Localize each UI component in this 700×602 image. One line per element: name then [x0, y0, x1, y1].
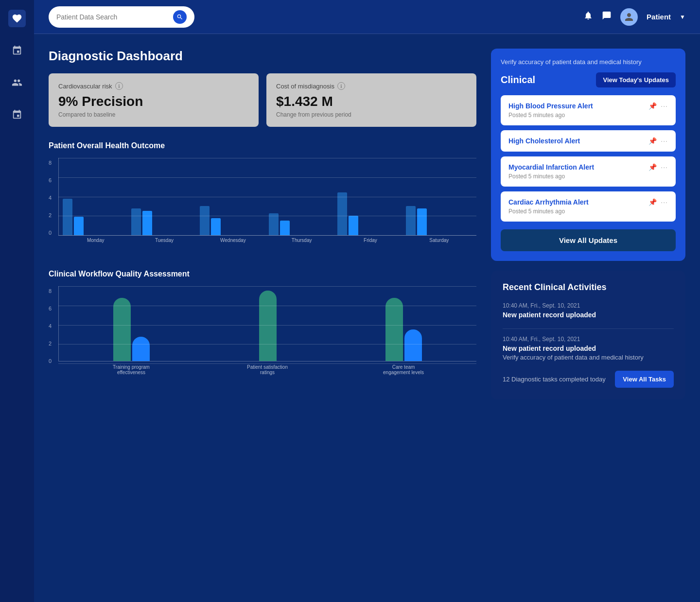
activity-heading-1: New patient record uploaded: [503, 311, 674, 319]
clinical-title: Clinical: [501, 74, 535, 86]
health-bar-dark-3: [269, 213, 279, 235]
health-bar-bright-3: [280, 221, 290, 235]
health-bar-bright-4: [349, 216, 358, 235]
activities-panel: Recent Clinical Activities 10:40 AM, Fri…: [491, 271, 685, 399]
pin-icon-high-bp[interactable]: 📌: [648, 102, 657, 110]
right-column: Verify accuracy of patient data and medi…: [491, 49, 685, 399]
view-all-updates-button[interactable]: View All Updates: [501, 229, 676, 251]
sidebar-item-calendar[interactable]: [8, 106, 26, 123]
sidebar-item-heart[interactable]: [8, 10, 26, 27]
user-label[interactable]: Patient: [647, 13, 671, 21]
avatar[interactable]: [620, 8, 638, 26]
health-bar-group-monday: [63, 199, 129, 235]
health-bar-group-wednesday: [200, 206, 266, 235]
workflow-chart-section: Clinical Workflow Quality Assessment 0 2…: [49, 270, 476, 383]
left-column: Diagnostic Dashboard Cardiovascular risk…: [49, 49, 476, 399]
bell-icon[interactable]: [583, 11, 593, 23]
pin-icon-cholesterol[interactable]: 📌: [648, 137, 657, 145]
health-label-friday: Friday: [337, 238, 403, 243]
metric-card-misdiagnosis: Cost of misdiagnosis ℹ $1.432 M Change f…: [266, 73, 476, 127]
health-bar-dark-5: [406, 206, 416, 235]
metric-value-misdiagnosis: $1.432 M: [276, 94, 467, 109]
health-bar-group-tuesday: [131, 208, 198, 235]
activity-item-2: 10:40 AM, Fri., Sept. 10, 2021 New patie…: [503, 336, 674, 361]
health-bar-bright-1: [142, 211, 152, 235]
health-chart-section: Patient Overall Health Outcome 0 2 4 6 8: [49, 141, 476, 255]
workflow-x-axis: Training program effectivenessPatient sa…: [58, 361, 476, 375]
sidebar-item-users[interactable]: [8, 74, 26, 91]
alert-card-high-bp: High Blood Pressure Alert Posted 5 minut…: [501, 95, 676, 125]
sidebar-item-flow[interactable]: [8, 42, 26, 59]
health-chart-title: Patient Overall Health Outcome: [49, 141, 476, 150]
activity-desc-2: Verify accuracy of patient data and medi…: [503, 354, 674, 361]
health-bar-dark-0: [63, 199, 72, 235]
search-bar[interactable]: [49, 6, 194, 28]
workflow-bar-back-1: [259, 291, 277, 361]
search-input[interactable]: [56, 13, 173, 21]
alert-card-arrhythmia: Cardiac Arrhythmia Alert Posted 5 minute…: [501, 191, 676, 222]
workflow-bar-group-2: [345, 298, 462, 361]
health-label-wednesday: Wednesday: [200, 238, 266, 243]
page-title: Diagnostic Dashboard: [49, 49, 476, 64]
health-bar-bright-0: [74, 217, 84, 235]
health-x-axis: MondayTuesdayWednesdayThursdayFridaySatu…: [58, 236, 476, 243]
activity-time-1: 10:40 AM, Fri., Sept. 10, 2021: [503, 302, 674, 309]
metric-label-cardiovascular: Cardiovascular risk ℹ: [58, 82, 249, 90]
search-button[interactable]: [173, 10, 187, 24]
metric-sublabel-misdiagnosis: Change from previous period: [276, 111, 467, 118]
pin-icon-myocardial[interactable]: 📌: [648, 163, 657, 171]
metric-value-cardiovascular: 9% Precision: [58, 94, 249, 109]
health-bar-bright-5: [417, 208, 427, 235]
sidebar: [0, 0, 34, 602]
view-updates-button[interactable]: View Today's Updates: [596, 72, 676, 87]
dots-icon-cholesterol[interactable]: ···: [661, 137, 668, 145]
workflow-label-2: Care team engagement levels: [379, 364, 428, 375]
health-label-thursday: Thursday: [268, 238, 335, 243]
activity-divider: [503, 328, 674, 329]
health-label-monday: Monday: [62, 238, 129, 243]
alert-actions-cholesterol: 📌 ···: [648, 137, 668, 145]
activity-time-2: 10:40 AM, Fri., Sept. 10, 2021: [503, 336, 674, 343]
alert-title-myocardial: Myocardial Infarction Alert: [508, 163, 594, 171]
chevron-down-icon[interactable]: ▼: [680, 14, 685, 20]
header-right: Patient ▼: [583, 8, 685, 26]
alert-card-cholesterol: High Cholesterol Alert 📌 ···: [501, 130, 676, 152]
workflow-chart-container: 0 2 4 6 8: [49, 286, 476, 383]
workflow-bar-front-0: [132, 337, 150, 361]
alert-card-myocardial: Myocardial Infarction Alert Posted 5 min…: [501, 156, 676, 187]
workflow-bar-back-2: [385, 298, 403, 361]
info-icon-cardiovascular[interactable]: ℹ: [115, 82, 123, 90]
health-label-tuesday: Tuesday: [131, 238, 197, 243]
health-bar-chart: [58, 158, 476, 236]
header: Patient ▼: [34, 0, 700, 34]
workflow-bar-group-1: [210, 291, 326, 361]
chat-icon[interactable]: [602, 11, 612, 23]
alert-time-myocardial: Posted 5 minutes ago: [508, 173, 594, 180]
pin-icon-arrhythmia[interactable]: 📌: [648, 198, 657, 206]
dots-icon-myocardial[interactable]: ···: [661, 163, 668, 171]
activities-footer: 12 Diagnostic tasks completed today View…: [503, 371, 674, 388]
main-content: Diagnostic Dashboard Cardiovascular risk…: [34, 34, 700, 414]
health-bar-dark-2: [200, 206, 210, 235]
metric-label-misdiagnosis: Cost of misdiagnosis ℹ: [276, 82, 467, 90]
health-bar-group-thursday: [269, 213, 335, 235]
clinical-header: Clinical View Today's Updates: [501, 72, 676, 87]
activity-heading-2: New patient record uploaded: [503, 344, 674, 352]
workflow-bar-chart: [58, 286, 476, 361]
health-bar-dark-1: [131, 208, 141, 235]
workflow-chart-title: Clinical Workflow Quality Assessment: [49, 270, 476, 278]
alert-time-arrhythmia: Posted 5 minutes ago: [508, 208, 589, 215]
alert-time-high-bp: Posted 5 minutes ago: [508, 112, 593, 119]
dots-icon-arrhythmia[interactable]: ···: [661, 198, 668, 206]
view-all-tasks-button[interactable]: View All Tasks: [615, 371, 674, 388]
workflow-bar-back-0: [113, 298, 131, 361]
workflow-y-axis: 0 2 4 6 8: [49, 286, 58, 383]
alert-title-arrhythmia: Cardiac Arrhythmia Alert: [508, 198, 589, 206]
dots-icon-high-bp[interactable]: ···: [661, 102, 668, 110]
workflow-label-0: Training program effectiveness: [107, 364, 156, 375]
alert-actions-arrhythmia: 📌 ···: [648, 198, 668, 206]
health-bar-dark-4: [337, 192, 347, 235]
activity-item-1: 10:40 AM, Fri., Sept. 10, 2021 New patie…: [503, 302, 674, 319]
metric-sublabel-cardiovascular: Compared to baseline: [58, 111, 249, 118]
info-icon-misdiagnosis[interactable]: ℹ: [337, 82, 345, 90]
